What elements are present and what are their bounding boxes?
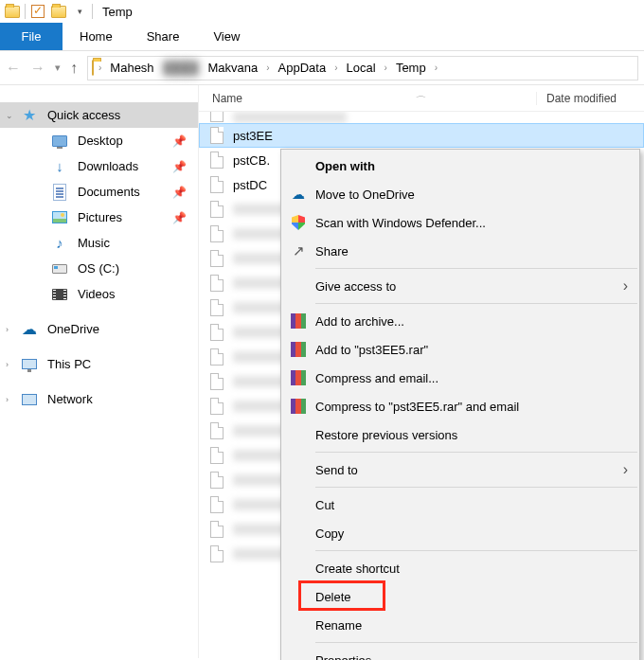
breadcrumb-item-redacted[interactable]: ████ bbox=[160, 61, 203, 75]
ctx-label: Restore previous versions bbox=[315, 428, 457, 442]
back-button[interactable]: ← bbox=[6, 60, 21, 77]
chevron-right-icon[interactable]: › bbox=[6, 395, 9, 404]
sidebar-item-label: Documents bbox=[78, 185, 140, 199]
sidebar-this-pc[interactable]: › This PC bbox=[0, 351, 198, 377]
chevron-right-icon[interactable]: › bbox=[6, 325, 9, 334]
chevron-right-icon[interactable]: › bbox=[96, 62, 104, 73]
collapse-ribbon-chevron[interactable]: ︿ bbox=[199, 90, 644, 99]
pin-icon: 📌 bbox=[172, 211, 187, 224]
pin-icon: 📌 bbox=[172, 186, 187, 199]
ctx-label: Compress and email... bbox=[315, 371, 438, 385]
ctx-label: Properties bbox=[315, 653, 371, 661]
ctx-compress-email[interactable]: Compress and email... bbox=[281, 364, 639, 392]
sidebar-item-pictures[interactable]: Pictures📌 bbox=[0, 205, 198, 230]
chevron-right-icon[interactable]: › bbox=[382, 62, 390, 73]
up-button[interactable]: ↑ bbox=[70, 60, 78, 77]
drive-icon bbox=[51, 260, 68, 277]
ctx-delete[interactable]: Delete bbox=[281, 582, 639, 611]
sidebar-quick-access[interactable]: ⌄ ★ Quick access bbox=[0, 102, 198, 128]
ctx-label: Add to "pst3EE5.rar" bbox=[315, 343, 428, 357]
file-icon bbox=[208, 372, 225, 391]
sidebar-onedrive[interactable]: › ☁ OneDrive bbox=[0, 316, 198, 342]
file-icon bbox=[208, 112, 225, 123]
quick-access-check-icon[interactable] bbox=[29, 3, 46, 20]
ctx-label: Add to archive... bbox=[315, 314, 404, 329]
forward-button[interactable]: → bbox=[30, 60, 45, 77]
ctx-compress-rar-email[interactable]: Compress to "pst3EE5.rar" and email bbox=[281, 392, 639, 420]
ctx-add-archive[interactable]: Add to archive... bbox=[281, 307, 639, 335]
file-icon bbox=[208, 520, 225, 539]
file-icon bbox=[208, 200, 225, 219]
ctx-label: Share bbox=[315, 244, 349, 259]
ribbon: File Home Share View bbox=[0, 23, 644, 51]
ctx-properties[interactable]: Properties bbox=[281, 646, 639, 660]
file-icon bbox=[208, 126, 225, 145]
ctx-copy[interactable]: Copy bbox=[281, 519, 639, 547]
chevron-right-icon[interactable]: › bbox=[6, 360, 9, 369]
sidebar-item-videos[interactable]: Videos bbox=[0, 281, 198, 307]
ctx-share[interactable]: ↗ Share bbox=[281, 237, 639, 265]
qa-dropdown-icon[interactable]: ▾ bbox=[71, 3, 88, 20]
folder-icon bbox=[4, 3, 21, 20]
chevron-right-icon[interactable]: › bbox=[263, 62, 272, 73]
sidebar-item-music[interactable]: ♪Music bbox=[0, 230, 198, 256]
sidebar-item-label: OS (C:) bbox=[78, 261, 119, 276]
ctx-restore-previous[interactable]: Restore previous versions bbox=[281, 420, 639, 449]
network-icon bbox=[21, 391, 38, 408]
separator bbox=[315, 487, 637, 488]
ctx-give-access[interactable]: Give access to › bbox=[281, 272, 639, 300]
sidebar-item-os-c-[interactable]: OS (C:) bbox=[0, 256, 198, 281]
divider bbox=[25, 4, 26, 19]
sidebar-item-downloads[interactable]: ↓Downloads📌 bbox=[0, 153, 198, 179]
chevron-right-icon[interactable]: › bbox=[432, 62, 440, 73]
sidebar-item-label: Network bbox=[47, 392, 93, 406]
breadcrumb-item[interactable]: Makvana bbox=[204, 61, 261, 75]
file-icon bbox=[208, 298, 225, 317]
recent-dropdown[interactable]: ▾ bbox=[55, 62, 61, 74]
context-menu: Open with ☁ Move to OneDrive Scan with W… bbox=[280, 149, 640, 660]
file-icon bbox=[208, 495, 225, 514]
breadcrumb-item[interactable]: AppData bbox=[275, 61, 331, 75]
file-name: pst3EE bbox=[233, 129, 273, 143]
sidebar-item-label: OneDrive bbox=[47, 322, 99, 336]
file-tab[interactable]: File bbox=[0, 23, 63, 50]
winrar-icon bbox=[289, 397, 308, 416]
ctx-label: Scan with Windows Defender... bbox=[315, 216, 486, 230]
ctx-scan-defender[interactable]: Scan with Windows Defender... bbox=[281, 208, 639, 237]
desktop-icon bbox=[51, 133, 68, 150]
ctx-label: Move to OneDrive bbox=[315, 187, 415, 202]
breadcrumb-item[interactable]: Local bbox=[342, 61, 379, 75]
ctx-move-onedrive[interactable]: ☁ Move to OneDrive bbox=[281, 180, 639, 208]
breadcrumb-item[interactable]: Temp bbox=[392, 61, 430, 75]
file-row[interactable]: pst3EE bbox=[199, 123, 644, 148]
sidebar-item-desktop[interactable]: Desktop📌 bbox=[0, 128, 198, 153]
ctx-cut[interactable]: Cut bbox=[281, 491, 639, 519]
sidebar-item-documents[interactable]: Documents📌 bbox=[0, 179, 198, 205]
tab-home[interactable]: Home bbox=[63, 23, 130, 50]
ctx-rename[interactable]: Rename bbox=[281, 611, 639, 639]
file-icon bbox=[208, 249, 225, 268]
chevron-right-icon[interactable]: › bbox=[331, 62, 340, 73]
ctx-open-with[interactable]: Open with bbox=[281, 152, 639, 180]
tab-share[interactable]: Share bbox=[130, 23, 197, 50]
breadcrumb-item[interactable]: Mahesh bbox=[106, 61, 157, 75]
sidebar-item-label: Pictures bbox=[78, 210, 122, 224]
separator bbox=[315, 268, 637, 269]
separator bbox=[315, 550, 637, 551]
submenu-arrow-icon: › bbox=[623, 461, 628, 478]
pin-icon: 📌 bbox=[172, 134, 187, 148]
video-icon bbox=[51, 286, 68, 303]
tab-view[interactable]: View bbox=[196, 23, 257, 50]
pc-icon bbox=[21, 356, 38, 373]
ctx-create-shortcut[interactable]: Create shortcut bbox=[281, 554, 639, 582]
cloud-icon: ☁ bbox=[21, 321, 38, 338]
sidebar-network[interactable]: › Network bbox=[0, 386, 198, 412]
file-name bbox=[233, 112, 347, 123]
ctx-send-to[interactable]: Send to › bbox=[281, 455, 639, 484]
file-row[interactable] bbox=[199, 112, 644, 123]
file-name: pstDC bbox=[233, 178, 267, 192]
breadcrumb[interactable]: › Mahesh ████ Makvana › AppData › Local … bbox=[87, 56, 638, 80]
chevron-down-icon[interactable]: ⌄ bbox=[6, 111, 13, 120]
ctx-add-rar[interactable]: Add to "pst3EE5.rar" bbox=[281, 335, 639, 364]
star-icon: ★ bbox=[21, 107, 38, 124]
